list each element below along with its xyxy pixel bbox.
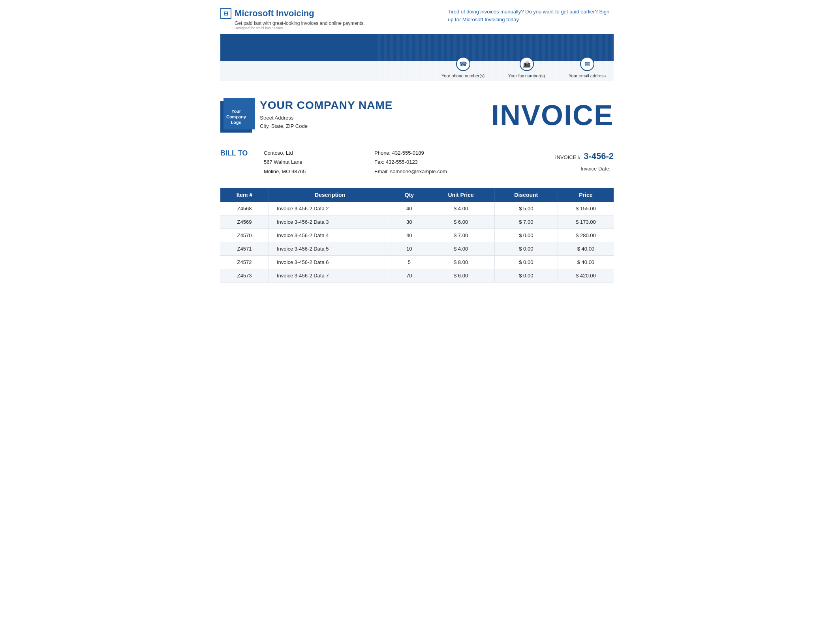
email-label: Your email address xyxy=(569,73,606,78)
items-table: Item # Description Qty Unit Price Discou… xyxy=(220,188,614,283)
company-name: YOUR COMPANY NAME xyxy=(260,99,393,112)
cell-qty: 5 xyxy=(391,256,427,269)
table-row: Z4570Invoice 3-456-2 Data 440$ 7.00$ 0.0… xyxy=(220,229,614,242)
table-header-row: Item # Description Qty Unit Price Discou… xyxy=(220,188,614,202)
company-address: Street Address City, State, ZIP Code xyxy=(260,114,393,131)
header-top: ⊟ Microsoft Invoicing Get paid fast with… xyxy=(220,8,614,30)
cell-qty: 70 xyxy=(391,269,427,283)
company-street: Street Address xyxy=(260,114,393,122)
branding: ⊟ Microsoft Invoicing Get paid fast with… xyxy=(220,8,365,30)
table-row: Z4568Invoice 3-456-2 Data 240$ 4.00$ 5.0… xyxy=(220,202,614,215)
cell-discount: $ 0.00 xyxy=(494,269,558,283)
invoice-number-value: 3-456-2 xyxy=(584,148,614,164)
cell-unit-price: $ 4.00 xyxy=(427,242,494,256)
email-icon: ✉ xyxy=(580,57,594,71)
cell-item: Z4570 xyxy=(220,229,269,242)
cell-discount: $ 7.00 xyxy=(494,215,558,229)
email-icon-wrapper: ✉ xyxy=(580,64,594,72)
cell-discount: $ 0.00 xyxy=(494,256,558,269)
cell-description: Invoice 3-456-2 Data 6 xyxy=(269,256,391,269)
brand-designed-for: Designed for small businesses. xyxy=(235,26,365,30)
brand-tagline: Get paid fast with great-looking invoice… xyxy=(235,21,365,26)
cell-unit-price: $ 4.00 xyxy=(427,202,494,215)
email-contact: ✉ Your email address xyxy=(569,64,606,78)
table-row: Z4569Invoice 3-456-2 Data 330$ 6.00$ 7.0… xyxy=(220,215,614,229)
col-header-item: Item # xyxy=(220,188,269,202)
cell-unit-price: $ 6.00 xyxy=(427,215,494,229)
company-logo: YourCompanyLogo xyxy=(220,101,252,133)
bill-to-email: Email: someone@example.com xyxy=(374,167,527,176)
cell-item: Z4571 xyxy=(220,242,269,256)
cell-description: Invoice 3-456-2 Data 5 xyxy=(269,242,391,256)
col-header-unit-price: Unit Price xyxy=(427,188,494,202)
cell-qty: 40 xyxy=(391,202,427,215)
phone-contact: ☎ Your phone number(s) xyxy=(441,64,485,78)
branding-title: ⊟ Microsoft Invoicing xyxy=(220,8,365,19)
table-row: Z4572Invoice 3-456-2 Data 65$ 8.00$ 0.00… xyxy=(220,256,614,269)
bill-to-label: BILL TO xyxy=(220,148,264,157)
cell-description: Invoice 3-456-2 Data 3 xyxy=(269,215,391,229)
cell-unit-price: $ 6.00 xyxy=(427,269,494,283)
cell-item: Z4573 xyxy=(220,269,269,283)
cell-qty: 30 xyxy=(391,215,427,229)
cell-item: Z4569 xyxy=(220,215,269,229)
bill-to-company: Contoso, Ltd xyxy=(264,148,343,157)
bill-to-section: BILL TO Contoso, Ltd 567 Walnut Lane Mol… xyxy=(220,148,614,180)
cell-price: $ 420.00 xyxy=(558,269,614,283)
fax-label: Your fax number(s) xyxy=(508,73,545,78)
cell-price: $ 173.00 xyxy=(558,215,614,229)
cell-price: $ 40.00 xyxy=(558,256,614,269)
promo-link[interactable]: Tired of doing invoices manually? Do you… xyxy=(448,8,614,23)
bill-to-phone: Phone: 432-555-0189 xyxy=(374,148,527,157)
cell-qty: 10 xyxy=(391,242,427,256)
company-left: YourCompanyLogo YOUR COMPANY NAME Street… xyxy=(220,97,393,133)
cell-description: Invoice 3-456-2 Data 7 xyxy=(269,269,391,283)
phone-icon: ☎ xyxy=(456,57,470,71)
phone-label: Your phone number(s) xyxy=(441,73,485,78)
cell-item: Z4572 xyxy=(220,256,269,269)
bill-to-address: Contoso, Ltd 567 Walnut Lane Moline, MO … xyxy=(264,148,343,176)
cell-qty: 40 xyxy=(391,229,427,242)
cell-unit-price: $ 7.00 xyxy=(427,229,494,242)
company-info: YOUR COMPANY NAME Street Address City, S… xyxy=(260,97,393,131)
col-header-price: Price xyxy=(558,188,614,202)
col-header-qty: Qty xyxy=(391,188,427,202)
fax-icon: 📠 xyxy=(520,57,534,71)
col-header-discount: Discount xyxy=(494,188,558,202)
cell-discount: $ 5.00 xyxy=(494,202,558,215)
cell-price: $ 155.00 xyxy=(558,202,614,215)
banner: ☎ Your phone number(s) 📠 Your fax number… xyxy=(220,34,614,81)
bill-to-city: Moline, MO 98765 xyxy=(264,167,343,176)
bill-to-contact: Phone: 432-555-0189 Fax: 432-555-0123 Em… xyxy=(343,148,527,176)
bill-to-street: 567 Walnut Lane xyxy=(264,157,343,167)
invoice-title: INVOICE xyxy=(491,97,614,129)
invoice-date-label: Invoice Date: xyxy=(580,164,610,173)
fax-icon-wrapper: 📠 xyxy=(520,64,534,72)
brand-name: Microsoft Invoicing xyxy=(235,8,314,19)
col-header-description: Description xyxy=(269,188,391,202)
invoice-date-row: Invoice Date: xyxy=(527,164,614,173)
invoice-number-label: INVOICE # xyxy=(555,153,580,162)
banner-contact-strip: ☎ Your phone number(s) 📠 Your fax number… xyxy=(220,61,614,81)
cell-unit-price: $ 8.00 xyxy=(427,256,494,269)
cell-discount: $ 0.00 xyxy=(494,242,558,256)
fax-contact: 📠 Your fax number(s) xyxy=(508,64,545,78)
cell-description: Invoice 3-456-2 Data 2 xyxy=(269,202,391,215)
company-city: City, State, ZIP Code xyxy=(260,122,393,131)
cell-item: Z4568 xyxy=(220,202,269,215)
invoice-number-row: INVOICE # 3-456-2 xyxy=(527,148,614,164)
bill-to-fax: Fax: 432-555-0123 xyxy=(374,157,527,167)
table-row: Z4573Invoice 3-456-2 Data 770$ 6.00$ 0.0… xyxy=(220,269,614,283)
cell-description: Invoice 3-456-2 Data 4 xyxy=(269,229,391,242)
cell-price: $ 280.00 xyxy=(558,229,614,242)
microsoft-invoicing-icon: ⊟ xyxy=(220,8,231,19)
table-row: Z4571Invoice 3-456-2 Data 510$ 4.00$ 0.0… xyxy=(220,242,614,256)
cell-price: $ 40.00 xyxy=(558,242,614,256)
company-section: YourCompanyLogo YOUR COMPANY NAME Street… xyxy=(220,93,614,137)
cell-discount: $ 0.00 xyxy=(494,229,558,242)
bill-to-invoice-info: INVOICE # 3-456-2 Invoice Date: xyxy=(527,148,614,173)
phone-icon-wrapper: ☎ xyxy=(456,64,470,72)
